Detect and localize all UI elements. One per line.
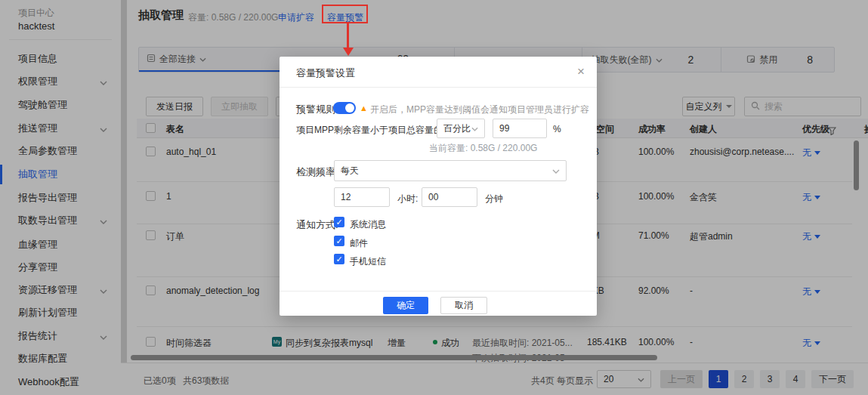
cancel-button[interactable]: 取消 bbox=[440, 297, 487, 314]
minute-input[interactable] bbox=[422, 188, 477, 206]
hour-label: 小时: bbox=[397, 193, 418, 205]
toggle-knob bbox=[345, 103, 354, 113]
hour-input[interactable] bbox=[335, 188, 389, 206]
minute-input-box bbox=[422, 187, 477, 207]
threshold-input-box bbox=[493, 119, 547, 138]
app-window: 项目中心 hacktest 项目信息 权限管理 驾驶舱管理 推送管理 全局参数管… bbox=[0, 0, 868, 395]
confirm-button[interactable]: 确定 bbox=[383, 297, 428, 314]
threshold-input[interactable] bbox=[493, 119, 546, 137]
current-capacity-hint: 当前容量: 0.58G / 220.00G bbox=[429, 142, 537, 155]
threshold-unit-select[interactable]: 百分比 bbox=[437, 119, 485, 138]
frequency-select[interactable]: 每天 bbox=[334, 160, 567, 181]
annotation-arrow-stem bbox=[347, 23, 349, 48]
notify-option-label: 系统消息 bbox=[350, 218, 386, 231]
modal-header-divider bbox=[280, 87, 597, 88]
percent-sign: % bbox=[553, 124, 561, 134]
frequency-label: 检测频率: bbox=[296, 165, 338, 179]
chevron-down-icon bbox=[552, 165, 560, 176]
notify-option-label: 邮件 bbox=[350, 237, 368, 250]
chevron-down-icon bbox=[471, 123, 478, 134]
checkbox-email[interactable]: ✓ bbox=[334, 236, 344, 246]
checkbox-sms[interactable]: ✓ bbox=[334, 254, 344, 264]
annotation-highlight-box bbox=[322, 5, 368, 23]
warning-triangle-icon: ▲ bbox=[360, 103, 368, 113]
threshold-label: 项目MPP剩余容量小于项目总容量的 bbox=[296, 124, 443, 137]
hour-input-box bbox=[334, 187, 390, 207]
close-icon[interactable]: × bbox=[577, 64, 585, 79]
rule-hint-text: 开启后，MPP容量达到阈值会通知项目管理员进行扩容 bbox=[370, 103, 589, 116]
modal-footer-divider bbox=[280, 291, 597, 292]
modal-title: 容量预警设置 bbox=[296, 66, 355, 80]
checkbox-system-message[interactable]: ✓ bbox=[334, 217, 344, 227]
annotation-arrow-head bbox=[343, 48, 354, 56]
notify-label: 通知方式: bbox=[296, 218, 338, 232]
rule-label: 预警规则: bbox=[296, 103, 338, 116]
notify-option-label: 手机短信 bbox=[350, 255, 386, 268]
capacity-warning-modal: 容量预警设置 × 预警规则: ▲ 开启后，MPP容量达到阈值会通知项目管理员进行… bbox=[280, 57, 597, 316]
rule-toggle[interactable] bbox=[333, 102, 356, 114]
minute-label: 分钟 bbox=[485, 193, 503, 205]
